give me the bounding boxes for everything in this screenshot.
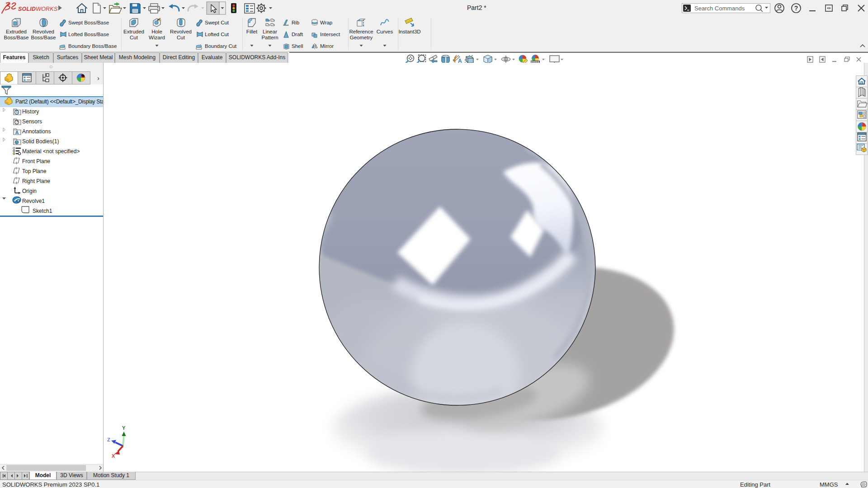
svg-text:Sketch1: Sketch1	[33, 208, 52, 214]
svg-text:Revolve1: Revolve1	[22, 198, 45, 204]
svg-text:Material <not specified>: Material <not specified>	[22, 148, 80, 155]
svg-text:Boundary Boss/Base: Boundary Boss/Base	[68, 43, 117, 49]
svg-text:Shell: Shell	[292, 43, 303, 49]
svg-text:A: A	[15, 130, 19, 135]
svg-text:Hole: Hole	[151, 29, 162, 34]
svg-text:Reference: Reference	[349, 29, 373, 34]
svg-text:Rib: Rib	[292, 20, 299, 25]
svg-text:Extruded: Extruded	[123, 29, 144, 34]
svg-text:Boundary Cut: Boundary Cut	[205, 43, 237, 49]
svg-text:Front Plane: Front Plane	[22, 158, 50, 164]
svg-text:Lofted Boss/Base: Lofted Boss/Base	[68, 32, 109, 37]
svg-text:Top Plane: Top Plane	[22, 168, 47, 174]
svg-text:Instant3D: Instant3D	[398, 29, 420, 34]
svg-text:Intersect: Intersect	[320, 32, 340, 37]
svg-text:Wizard: Wizard	[149, 35, 165, 40]
svg-text:Boss/Base: Boss/Base	[4, 35, 29, 40]
svg-text:X: X	[112, 453, 115, 459]
svg-text:Right Plane: Right Plane	[22, 178, 50, 184]
svg-text:Draft: Draft	[292, 32, 303, 37]
svg-text:Cut: Cut	[130, 35, 138, 40]
svg-text:Annotations: Annotations	[22, 128, 51, 135]
svg-text:Boss/Base: Boss/Base	[31, 35, 56, 40]
svg-text:›: ›	[97, 74, 99, 82]
svg-text:Curves: Curves	[377, 29, 393, 34]
svg-text:?: ?	[794, 5, 798, 12]
svg-text:Swept Cut: Swept Cut	[205, 20, 229, 25]
svg-text:Cut: Cut	[177, 35, 185, 40]
svg-text:Z: Z	[107, 437, 110, 442]
svg-text:Origin: Origin	[22, 188, 37, 194]
svg-text:Lofted Cut: Lofted Cut	[205, 32, 229, 37]
svg-text:Part2 (Default) <<Default>_Dis: Part2 (Default) <<Default>_Display Sta	[15, 99, 104, 105]
svg-text:Sensors: Sensors	[22, 118, 42, 125]
svg-text:Wrap: Wrap	[320, 20, 332, 25]
svg-text:SOLIDWORKS: SOLIDWORKS	[18, 6, 58, 12]
svg-text:Y: Y	[122, 425, 126, 431]
svg-text:Pattern: Pattern	[261, 35, 278, 40]
svg-text:Solid Bodies(1): Solid Bodies(1)	[22, 138, 59, 145]
svg-text:Extruded: Extruded	[6, 29, 27, 34]
svg-text:Linear: Linear	[263, 29, 277, 34]
svg-text:Fillet: Fillet	[246, 29, 258, 34]
svg-text:History: History	[22, 108, 39, 115]
svg-text:Revolved: Revolved	[170, 29, 192, 34]
svg-text:Mirror: Mirror	[320, 43, 334, 49]
svg-text:Revolved: Revolved	[33, 29, 54, 34]
svg-text:Geometry: Geometry	[350, 35, 373, 40]
svg-text:Swept Boss/Base: Swept Boss/Base	[68, 20, 109, 25]
